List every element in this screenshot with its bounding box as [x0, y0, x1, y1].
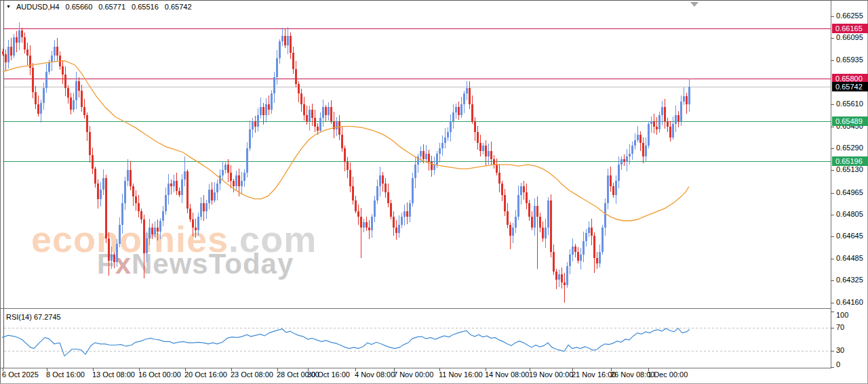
- ohlc-low: 0.65516: [132, 3, 159, 11]
- candlestick-chart[interactable]: [0, 0, 868, 384]
- symbol-dropdown-icon[interactable]: ▼: [6, 4, 11, 9]
- axis-ticks: [3, 17, 835, 372]
- ohlc-open: 0.65660: [66, 3, 93, 11]
- panel-frame: [0, 0, 868, 384]
- rsi-panel: [4, 328, 831, 351]
- chart-shift-marker-icon[interactable]: [690, 2, 698, 7]
- ohlc-close: 0.65742: [165, 3, 192, 11]
- candles-layer: [2, 22, 690, 303]
- horizontal-levels: [4, 29, 831, 162]
- symbol-timeframe-label: AUDUSD,H4: [16, 3, 60, 11]
- rsi-indicator-label: RSI(14) 67.2745: [6, 313, 61, 321]
- ohlc-high: 0.65771: [98, 3, 125, 11]
- rsi-line: [2, 328, 690, 356]
- chart-header: ▼ AUDUSD,H4 0.65660 0.65771 0.65516 0.65…: [6, 3, 192, 11]
